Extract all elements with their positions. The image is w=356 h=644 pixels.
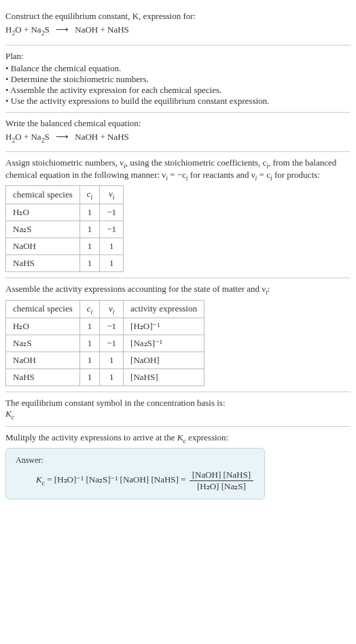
activity-table: chemical species ci νi activity expressi… xyxy=(5,300,204,387)
eq-lhs: S xyxy=(45,132,50,142)
table-header-row: chemical species ci νi xyxy=(6,186,124,204)
intro-section: Construct the equilibrium constant, K, e… xyxy=(5,5,351,45)
multiply-text: Mulitply the activity expressions to arr… xyxy=(5,432,351,444)
table-row: Na₂S1−1[Na₂S]⁻¹ xyxy=(6,335,204,352)
table-row: NaOH11[NaOH] xyxy=(6,352,204,369)
cell: 1 xyxy=(79,238,100,254)
table-row: NaHS11 xyxy=(6,254,124,271)
eq-lhs: H xyxy=(5,132,12,142)
eq-lhs: S xyxy=(45,24,50,35)
table-row: NaOH11 xyxy=(6,238,124,254)
cell: 1 xyxy=(100,254,124,271)
cell: NaOH xyxy=(6,352,80,369)
text: expression: xyxy=(186,432,228,442)
stoich-table: chemical species ci νi H₂O1−1 Na₂S1−1 Na… xyxy=(5,185,124,272)
balanced-section: Write the balanced chemical equation: H2… xyxy=(5,113,351,153)
cell: H₂O xyxy=(6,318,80,335)
answer-box: Answer: Kc = [H₂O]⁻¹ [Na₂S]⁻¹ [NaOH] [Na… xyxy=(5,448,265,499)
cell: −1 xyxy=(100,204,124,221)
eq-lhs: H xyxy=(5,24,12,35)
table-row: Na₂S1−1 xyxy=(6,221,124,238)
intro-equation: H2O + Na2S ⟶ NaOH + NaHS xyxy=(5,24,351,37)
cell: 1 xyxy=(100,352,124,369)
k-sub: c xyxy=(12,413,14,421)
multiply-section: Mulitply the activity expressions to arr… xyxy=(5,427,351,506)
symbol-text: The equilibrium constant symbol in the c… xyxy=(5,398,351,409)
table-row: NaHS11[NaHS] xyxy=(6,369,204,386)
stoich-description: Assign stoichiometric numbers, νi, using… xyxy=(5,157,351,181)
cell: 1 xyxy=(79,369,100,386)
stoich-section: Assign stoichiometric numbers, νi, using… xyxy=(5,152,351,278)
cell: 1 xyxy=(100,238,124,254)
cell: −1 xyxy=(100,221,124,238)
activity-section: Assemble the activity expressions accoun… xyxy=(5,278,351,392)
cell: [NaOH] xyxy=(124,352,204,369)
cell: Na₂S xyxy=(6,335,80,352)
cell: [Na₂S]⁻¹ xyxy=(124,335,204,352)
cell: 1 xyxy=(100,369,124,386)
table-row: H₂O1−1[H₂O]⁻¹ xyxy=(6,318,204,335)
cell: [H₂O]⁻¹ xyxy=(124,318,204,335)
sub: i xyxy=(91,307,93,315)
eq-lhs: O + Na xyxy=(15,24,41,35)
table-row: H₂O1−1 xyxy=(6,204,124,221)
sub: i xyxy=(113,307,115,315)
col-v: νi xyxy=(100,300,124,318)
cell: 1 xyxy=(79,352,100,369)
fraction: [NaOH] [NaHS][H₂O] [Na₂S] xyxy=(190,470,253,492)
plan-bullet: • Assemble the activity expression for e… xyxy=(5,85,351,96)
intro-text: Construct the equilibrium constant, K, e… xyxy=(5,11,351,22)
text: : xyxy=(268,284,270,294)
cell: NaHS xyxy=(6,254,80,271)
cell: −1 xyxy=(100,335,124,352)
col-c: ci xyxy=(79,300,100,318)
plan-bullet: • Balance the chemical equation. xyxy=(5,63,351,74)
plan-section: Plan: • Balance the chemical equation. •… xyxy=(5,45,351,113)
plan-title: Plan: xyxy=(5,51,351,62)
eq-lhs: O + Na xyxy=(15,132,41,142)
cell: −1 xyxy=(100,318,124,335)
answer-label: Answer: xyxy=(16,455,255,466)
cell: NaOH xyxy=(6,238,80,254)
col-expr: activity expression xyxy=(124,300,204,318)
cell: 1 xyxy=(79,254,100,271)
text: for reactants and ν xyxy=(188,170,255,180)
plan-bullet: • Determine the stoichiometric numbers. xyxy=(5,74,351,85)
text: = c xyxy=(257,170,270,180)
plan-bullet: • Use the activity expressions to build … xyxy=(5,96,351,107)
col-c: ci xyxy=(79,186,100,204)
k: K xyxy=(36,475,42,485)
sub: i xyxy=(91,193,93,201)
balanced-title: Write the balanced chemical equation: xyxy=(5,118,351,129)
cell: 1 xyxy=(79,221,100,238)
cell: Na₂S xyxy=(6,221,80,238)
eq-body: = [H₂O]⁻¹ [Na₂S]⁻¹ [NaOH] [NaHS] = xyxy=(45,475,188,485)
arrow-icon: ⟶ xyxy=(52,24,73,35)
cell: [NaHS] xyxy=(124,369,204,386)
col-species: chemical species xyxy=(6,300,80,318)
eq-rhs: NaOH + NaHS xyxy=(75,132,129,142)
text: , using the stoichiometric coefficients,… xyxy=(126,157,266,168)
denominator: [H₂O] [Na₂S] xyxy=(190,481,253,492)
text: Mulitply the activity expressions to arr… xyxy=(5,432,177,442)
answer-equation: Kc = [H₂O]⁻¹ [Na₂S]⁻¹ [NaOH] [NaHS] = [N… xyxy=(36,470,255,492)
numerator: [NaOH] [NaHS] xyxy=(190,470,253,481)
symbol-k: Kc xyxy=(5,409,351,421)
cell: 1 xyxy=(79,204,100,221)
cell: NaHS xyxy=(6,369,80,386)
text: Assemble the activity expressions accoun… xyxy=(5,284,266,294)
sub: i xyxy=(113,193,115,201)
k: K xyxy=(5,409,12,419)
text: Assign stoichiometric numbers, ν xyxy=(5,157,124,168)
arrow-icon: ⟶ xyxy=(52,132,73,142)
text: = −c xyxy=(168,170,186,180)
activity-title: Assemble the activity expressions accoun… xyxy=(5,284,351,296)
balanced-equation: H2O + Na2S ⟶ NaOH + NaHS xyxy=(5,132,351,144)
eq-rhs: NaOH + NaHS xyxy=(75,24,129,35)
col-species: chemical species xyxy=(6,186,80,204)
text: for products: xyxy=(272,170,320,180)
table-header-row: chemical species ci νi activity expressi… xyxy=(6,300,204,318)
cell: 1 xyxy=(79,335,100,352)
cell: H₂O xyxy=(6,204,80,221)
symbol-section: The equilibrium constant symbol in the c… xyxy=(5,392,351,427)
